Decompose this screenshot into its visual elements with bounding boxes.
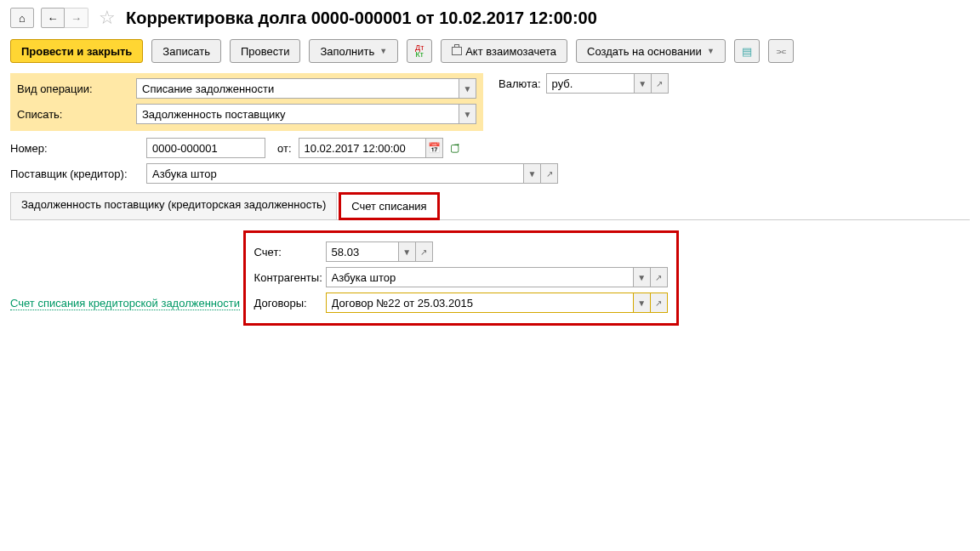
report-button[interactable]: ▤ (734, 39, 760, 63)
number-input[interactable] (146, 138, 265, 158)
home-icon: ⌂ (19, 12, 26, 25)
account-open[interactable]: ↗ (416, 241, 433, 262)
open-icon: ↗ (656, 79, 663, 88)
tab-writeoff-account[interactable]: Счет списания (339, 192, 439, 220)
contracts-dropdown[interactable]: ▼ (634, 293, 651, 313)
chevron-down-icon: ▼ (637, 273, 646, 282)
operation-type-dropdown[interactable]: ▼ (459, 78, 476, 99)
open-icon: ↗ (655, 273, 662, 282)
arrow-left-icon: ← (48, 12, 59, 25)
post-and-close-button[interactable]: Провести и закрыть (10, 39, 143, 63)
currency-label: Валюта: (499, 77, 541, 90)
chevron-down-icon: ▼ (402, 247, 411, 257)
calendar-icon: 📅 (428, 142, 441, 154)
number-label: Номер: (10, 142, 146, 155)
open-icon: ↗ (546, 169, 553, 179)
post-button[interactable]: Провести (230, 39, 301, 63)
date-input[interactable] (299, 138, 426, 158)
writeoff-dropdown[interactable]: ▼ (459, 104, 476, 124)
attach-button[interactable]: ⫘ (768, 39, 794, 63)
chevron-down-icon: ▼ (638, 79, 647, 88)
fill-button[interactable]: Заполнить▼ (309, 39, 398, 63)
contracts-label: Договоры: (254, 297, 326, 310)
back-button[interactable]: ← (41, 8, 65, 28)
currency-open[interactable]: ↗ (652, 73, 669, 94)
currency-input[interactable] (546, 73, 635, 94)
act-button[interactable]: Акт взаимозачета (441, 39, 567, 63)
dtkt-button[interactable]: ДтКт (407, 39, 432, 63)
tab-debt[interactable]: Задолженность поставщику (кредиторская з… (10, 192, 337, 219)
contractors-open[interactable]: ↗ (651, 267, 668, 287)
writeoff-input[interactable] (136, 104, 459, 124)
supplier-dropdown[interactable]: ▼ (524, 163, 541, 184)
tab-content: Счет списания кредиторской задолженности… (10, 230, 970, 326)
from-label: от: (277, 142, 292, 155)
home-button[interactable]: ⌂ (10, 8, 34, 28)
chevron-down-icon: ▼ (464, 110, 472, 119)
paperclip-icon: ⫘ (775, 45, 786, 58)
chevron-down-icon: ▼ (528, 169, 537, 179)
supplier-open[interactable]: ↗ (541, 163, 558, 184)
contracts-open[interactable]: ↗ (651, 293, 668, 313)
account-input[interactable] (326, 241, 399, 262)
forward-button[interactable]: → (65, 8, 88, 28)
document-icon: ▤ (742, 45, 752, 58)
contractors-input[interactable] (326, 267, 634, 287)
chevron-down-icon: ▼ (637, 298, 646, 308)
open-icon: ↗ (655, 298, 662, 308)
dtkt-icon: ДтКт (415, 44, 424, 58)
contractors-dropdown[interactable]: ▼ (634, 267, 651, 287)
account-dropdown[interactable]: ▼ (399, 241, 416, 262)
writeoff-label: Списать: (17, 108, 136, 121)
supplier-label: Поставщик (кредитор): (10, 168, 146, 180)
chevron-down-icon: ▼ (379, 47, 387, 55)
tabs: Задолженность поставщику (кредиторская з… (10, 192, 970, 220)
create-based-button[interactable]: Создать на основании▼ (576, 39, 726, 63)
supplier-input[interactable] (146, 163, 524, 184)
contracts-input[interactable] (326, 293, 634, 313)
currency-dropdown[interactable]: ▼ (635, 73, 652, 94)
operation-group: Вид операции: ▼ Списать: ▼ (10, 73, 483, 131)
account-label: Счет: (254, 246, 326, 258)
chevron-down-icon: ▼ (464, 84, 472, 94)
date-calendar[interactable]: 📅 (426, 138, 443, 158)
open-icon: ↗ (420, 247, 427, 257)
page-title: Корректировка долга 0000-000001 от 10.02… (126, 9, 597, 28)
write-button[interactable]: Записать (151, 39, 221, 63)
section-title: Счет списания кредиторской задолженности (10, 297, 240, 310)
writeoff-details: Счет: ▼ ↗ Контрагенты: ▼ ↗ Договоры: ▼ ↗ (243, 230, 679, 326)
printer-icon (452, 47, 462, 55)
operation-type-input[interactable] (136, 78, 459, 99)
operation-type-label: Вид операции: (17, 82, 136, 95)
chevron-down-icon: ▼ (707, 47, 715, 55)
posted-flag-icon: ▢⃗ (450, 142, 459, 154)
contractors-label: Контрагенты: (254, 271, 326, 284)
favorite-star-icon[interactable]: ☆ (95, 7, 119, 29)
arrow-right-icon: → (71, 12, 82, 25)
